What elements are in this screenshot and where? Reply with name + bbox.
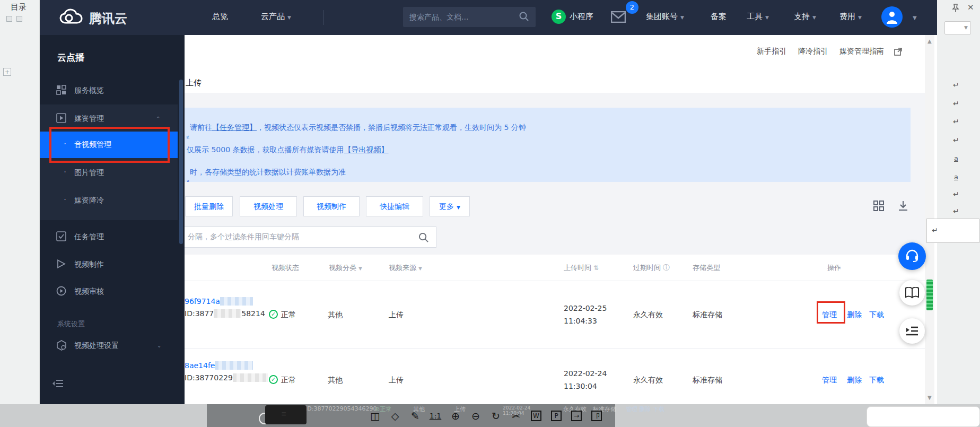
zoom-out-icon[interactable]: ⊖ [467, 408, 485, 423]
guide-link-cooling[interactable]: 降冷指引 [798, 47, 828, 56]
table-row-filename[interactable]: 8ae14fe [185, 360, 253, 370]
download-link[interactable]: 下载 [869, 376, 884, 385]
docs-button[interactable] [899, 280, 925, 306]
sidebar-scrollbar-thumb[interactable] [179, 80, 183, 244]
more-button[interactable]: 更多▼ [430, 196, 470, 216]
expand-plus-icon[interactable]: + [3, 68, 11, 76]
customer-service-button[interactable] [898, 242, 926, 270]
sidebar-item-overview[interactable]: 服务概览 [74, 86, 104, 95]
table-row-id: ID:38770229 [185, 373, 268, 382]
export-video-link[interactable]: 【导出视频】 [344, 145, 389, 154]
crop-icon[interactable]: ✂ [507, 408, 525, 423]
sidebar-item-cooling[interactable]: 媒资降冷 [74, 196, 104, 205]
col-header-status: 视频状态 [272, 263, 299, 273]
delete-link[interactable]: 删除 [847, 310, 862, 320]
nav-icp[interactable]: 备案 [711, 12, 727, 22]
filter-funnel-icon[interactable]: ▼ [418, 266, 422, 271]
filter-funnel-icon[interactable]: ▼ [358, 266, 362, 271]
toc-mini-icon[interactable] [16, 16, 22, 22]
annotate-icon[interactable]: ✎ [406, 408, 424, 423]
external-link-icon[interactable] [894, 48, 902, 56]
mini-program-icon[interactable]: S [552, 10, 566, 24]
notice-banner: 播请前往【任务管理】，视频状态仅表示视频是否禁播，禁播后视频将无法正常观看，生效… [185, 108, 911, 182]
col-header-category[interactable]: 视频分类▼ [329, 263, 362, 273]
grid-view-icon[interactable] [873, 200, 885, 212]
sidebar-item-tasks[interactable]: 任务管理 [74, 232, 104, 242]
nav-products[interactable]: 云产品▼ [261, 12, 291, 22]
host-input-box[interactable] [867, 406, 980, 427]
table-row-filename[interactable]: 96f9714a [185, 296, 253, 306]
manage-link[interactable]: 管理 [822, 376, 837, 385]
close-icon[interactable]: ✕ [967, 3, 974, 12]
download-list-icon[interactable] [897, 200, 909, 212]
brand-title[interactable]: 腾讯云 [89, 10, 127, 27]
mail-icon[interactable] [611, 11, 626, 23]
video-process-button[interactable]: 视频处理 [240, 196, 297, 216]
chevron-down-icon: ▼ [964, 25, 968, 30]
sidebar-item-processing-settings[interactable]: 视频处理设置 [74, 341, 119, 351]
search-input[interactable]: 搜索产品、文档... [403, 7, 536, 27]
nav-billing[interactable]: 费用▼ [839, 12, 862, 22]
download-link[interactable]: 下载 [869, 310, 884, 320]
sidebar-item-review[interactable]: 视频审核 [74, 287, 104, 297]
tencent-cloud-logo-icon[interactable] [58, 8, 86, 28]
collapse-sidebar-icon[interactable] [52, 379, 64, 388]
col-header-upload-time[interactable]: 上传时间⇅ [564, 263, 599, 273]
delete-link[interactable]: 删除 [847, 376, 862, 385]
toc-mini-icon[interactable] [6, 16, 12, 22]
chevron-down-icon[interactable]: ▼ [913, 15, 917, 21]
nav-mini-program[interactable]: 小程序 [570, 12, 593, 22]
task-management-link[interactable]: 【任务管理】 [212, 123, 257, 132]
feedback-list-button[interactable] [899, 318, 925, 344]
upload-time-cell: 11:04:33 [564, 317, 597, 325]
pin-icon[interactable] [951, 3, 960, 13]
send-icon[interactable]: → [567, 408, 585, 423]
guide-link-beginner[interactable]: 新手指引 [757, 47, 786, 56]
search-icon[interactable] [519, 11, 529, 22]
col-header-expire-time[interactable]: 过期时间ⓘ [633, 263, 670, 273]
rotate-icon[interactable]: ↻ [487, 408, 505, 423]
col-header-actions: 操作 [827, 263, 841, 273]
notification-badge[interactable]: 2 [626, 1, 638, 14]
nav-tools[interactable]: 工具▼ [747, 12, 769, 22]
annotation-red-box-manage [817, 301, 845, 324]
scroll-up-icon[interactable]: ▲ [928, 38, 932, 44]
split-view-icon[interactable]: ◫ [366, 408, 384, 423]
video-produce-button[interactable]: 视频制作 [303, 196, 360, 216]
scrollbar-thumb-green[interactable] [926, 280, 933, 310]
sidebar-item-images[interactable]: 图片管理 [74, 168, 104, 178]
redacted-mosaic [220, 297, 253, 306]
print-icon[interactable]: 卩 [588, 408, 606, 423]
filter-search-input[interactable]: 分隔，多个过滤条件用回车键分隔 [185, 226, 436, 248]
guide-link-media-manual[interactable]: 媒资管理指南 [839, 47, 884, 56]
chevron-down-icon[interactable]: ⌄ [157, 343, 161, 348]
upload-tab-label[interactable]: 上传 [186, 78, 202, 88]
zoom-combobox[interactable]: ▼ [944, 21, 971, 34]
batch-delete-button[interactable]: 批量删除 [185, 196, 233, 216]
nav-overview[interactable]: 总览 [212, 12, 228, 22]
sidebar-item-production[interactable]: 视频制作 [74, 260, 104, 269]
scroll-down-icon[interactable]: ▼ [928, 395, 932, 400]
chevron-down-icon: ▼ [457, 205, 460, 210]
info-icon[interactable]: ⓘ [663, 264, 670, 272]
export-w-icon[interactable]: W [527, 408, 545, 423]
nav-support[interactable]: 支持▼ [794, 12, 816, 22]
actual-size-icon[interactable]: 1:1 [426, 408, 444, 423]
col-header-source[interactable]: 视频来源▼ [389, 263, 422, 273]
quick-edit-button[interactable]: 快捷编辑 [366, 196, 423, 216]
avatar[interactable] [881, 6, 903, 28]
row-divider [185, 348, 925, 348]
effects-icon[interactable]: ◇ [386, 408, 404, 423]
notice-line-2: 仅展示 5000 条数据，获取点播所有媒资请使用【导出视频】 [187, 138, 911, 161]
zoom-in-icon[interactable]: ⊕ [447, 408, 465, 423]
sidebar-item-media-management[interactable]: 媒资管理 [74, 114, 104, 124]
export-p-icon[interactable]: P [547, 408, 565, 423]
sort-icon[interactable]: ⇅ [593, 264, 599, 272]
chevron-down-icon: ▼ [680, 15, 684, 20]
nav-group-account[interactable]: 集团账号▼ [646, 12, 684, 22]
chevron-up-icon[interactable]: ⌃ [156, 116, 160, 121]
host-left-panel: 目录 + [0, 0, 40, 427]
storage-cell: 标准存储 [693, 376, 722, 385]
paragraph-mark: ↵ [953, 99, 959, 108]
search-icon[interactable] [418, 232, 428, 242]
